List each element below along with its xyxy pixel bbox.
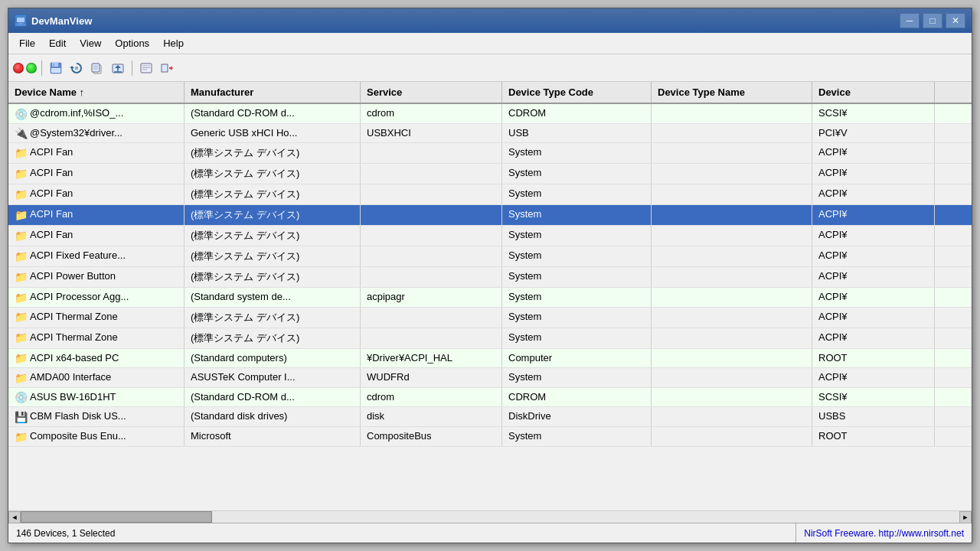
device-icon: 📁 <box>15 147 27 159</box>
table-row[interactable]: 📁ACPI Processor Agg... (Standard system … <box>8 288 972 308</box>
scroll-right-button[interactable]: ► <box>959 511 972 523</box>
cell-device-type-name <box>652 143 812 163</box>
app-icon <box>15 15 27 27</box>
scroll-left-button[interactable]: ◄ <box>8 511 21 523</box>
cell-device-id: ACPI¥ <box>812 226 935 246</box>
cell-manufacturer: ASUSTeK Computer I... <box>185 368 361 387</box>
window-title: DevManView <box>31 15 92 27</box>
toolbar <box>8 54 972 82</box>
table-row[interactable]: 📁ACPI Thermal Zone (標準システム デバイス) System … <box>8 308 972 328</box>
save-button[interactable] <box>47 59 65 77</box>
cell-manufacturer: (標準システム デバイス) <box>185 143 361 163</box>
table-row[interactable]: 📁ACPI Fan (標準システム デバイス) System ACPI¥ <box>8 164 972 184</box>
device-table: Device Name ↑ Manufacturer Service Devic… <box>8 82 972 523</box>
device-icon: 📁 <box>15 292 27 304</box>
title-bar-left: DevManView <box>15 15 92 27</box>
cell-manufacturer: (Standard disk drives) <box>185 407 361 426</box>
col-header-typename[interactable]: Device Type Name <box>652 82 812 103</box>
cell-device-name: 📁ACPI Fan <box>8 226 185 246</box>
device-icon: 📁 <box>15 188 27 201</box>
cell-device-name: 📁ACPI Fixed Feature... <box>8 246 185 266</box>
menu-help[interactable]: Help <box>157 35 190 51</box>
col-header-manufacturer[interactable]: Manufacturer <box>185 82 361 103</box>
device-icon: 📁 <box>15 352 27 364</box>
cell-device-type-name <box>652 267 812 287</box>
cell-manufacturer: (標準システム デバイス) <box>185 184 361 204</box>
cell-device-type-name <box>652 407 812 426</box>
cell-service: CompositeBus <box>361 427 502 446</box>
export-button[interactable] <box>109 59 127 77</box>
menu-bar: File Edit View Options Help <box>8 33 972 54</box>
exit-button[interactable] <box>158 59 176 77</box>
device-icon: 📁 <box>15 372 27 384</box>
cell-manufacturer: (Standard CD-ROM d... <box>185 388 361 407</box>
cell-device-name: 📁ACPI Processor Agg... <box>8 288 185 307</box>
copy-button[interactable] <box>88 59 106 77</box>
col-header-name[interactable]: Device Name ↑ <box>8 82 185 103</box>
scroll-thumb[interactable] <box>21 511 212 523</box>
properties-button[interactable] <box>137 59 155 77</box>
cell-device-id: ACPI¥ <box>812 267 935 287</box>
minimize-button[interactable]: ─ <box>900 13 920 28</box>
table-row[interactable]: 💿@cdrom.inf,%ISO_... (Standard CD-ROM d.… <box>8 104 972 124</box>
table-row[interactable]: 💿ASUS BW-16D1HT (Standard CD-ROM d... cd… <box>8 388 972 408</box>
cell-device-id: ROOT <box>812 349 935 368</box>
table-row[interactable]: 📁ACPI x64-based PC (Standard computers) … <box>8 349 972 369</box>
maximize-button[interactable]: □ <box>923 13 942 28</box>
device-icon: 📁 <box>15 431 27 443</box>
table-row[interactable]: 📁ACPI Fan (標準システム デバイス) System ACPI¥ <box>8 226 972 246</box>
table-row[interactable]: 📁Composite Bus Enu... Microsoft Composit… <box>8 427 972 447</box>
cell-manufacturer: (Standard computers) <box>185 349 361 368</box>
col-header-service[interactable]: Service <box>361 82 502 103</box>
table-row[interactable]: 📁ACPI Power Button (標準システム デバイス) System … <box>8 267 972 288</box>
cell-device-name: 📁ACPI Thermal Zone <box>8 328 185 348</box>
main-window: DevManView ─ □ ✕ File Edit View Options … <box>8 8 972 543</box>
scroll-track[interactable] <box>21 511 959 523</box>
cell-device-name: 🔌@System32¥driver... <box>8 124 185 143</box>
cell-device-type-code: System <box>502 164 652 184</box>
cell-device-type-code: System <box>502 267 652 287</box>
cell-service <box>361 308 502 328</box>
green-indicator[interactable] <box>26 63 37 73</box>
col-header-device[interactable]: Device <box>812 82 935 103</box>
cell-manufacturer: (標準システム デバイス) <box>185 328 361 348</box>
reload-button[interactable] <box>67 59 86 77</box>
table-row[interactable]: 💾CBM Flash Disk US... (Standard disk dri… <box>8 407 972 427</box>
table-row[interactable]: 🔌@System32¥driver... Generic USB xHCI Ho… <box>8 124 972 144</box>
cell-manufacturer: (Standard CD-ROM d... <box>185 104 361 123</box>
table-row[interactable]: 📁AMDA00 Interface ASUSTeK Computer I... … <box>8 368 972 388</box>
cell-device-type-code: System <box>502 308 652 328</box>
cell-manufacturer: (Standard system de... <box>185 288 361 307</box>
cell-device-type-name <box>652 205 812 225</box>
cell-device-name: 📁ACPI Fan <box>8 143 185 163</box>
cell-device-type-name <box>652 184 812 204</box>
cell-device-name: 📁ACPI Fan <box>8 205 185 225</box>
table-row[interactable]: 📁ACPI Thermal Zone (標準システム デバイス) System … <box>8 328 972 349</box>
horizontal-scrollbar[interactable]: ◄ ► <box>8 510 972 523</box>
col-header-code[interactable]: Device Type Code <box>502 82 652 103</box>
menu-file[interactable]: File <box>13 35 41 51</box>
cell-service: cdrom <box>361 104 502 123</box>
cell-device-type-code: System <box>502 328 652 348</box>
table-row[interactable]: 📁ACPI Fan (標準システム デバイス) System ACPI¥ <box>8 143 972 164</box>
device-icon: 📁 <box>15 209 27 221</box>
close-button[interactable]: ✕ <box>946 13 965 28</box>
cell-device-type-name <box>652 124 812 143</box>
red-indicator[interactable] <box>13 63 24 73</box>
table-row[interactable]: 📁ACPI Fixed Feature... (標準システム デバイス) Sys… <box>8 246 972 267</box>
cell-device-name: 📁ACPI Thermal Zone <box>8 308 185 328</box>
cell-service <box>361 226 502 246</box>
cell-device-name: 📁ACPI x64-based PC <box>8 349 185 368</box>
cell-device-type-code: System <box>502 368 652 387</box>
menu-edit[interactable]: Edit <box>43 35 72 51</box>
cell-device-type-name <box>652 164 812 184</box>
svg-rect-20 <box>141 64 152 73</box>
device-icon: 📁 <box>15 230 27 242</box>
cell-device-type-code: System <box>502 226 652 246</box>
menu-options[interactable]: Options <box>109 35 155 51</box>
cell-device-type-name <box>652 388 812 407</box>
table-row[interactable]: 📁ACPI Fan (標準システム デバイス) System ACPI¥ <box>8 205 972 226</box>
status-website[interactable]: NirSoft Freeware. http://www.nirsoft.net <box>796 523 972 543</box>
menu-view[interactable]: View <box>74 35 107 51</box>
table-row[interactable]: 📁ACPI Fan (標準システム デバイス) System ACPI¥ <box>8 184 972 205</box>
